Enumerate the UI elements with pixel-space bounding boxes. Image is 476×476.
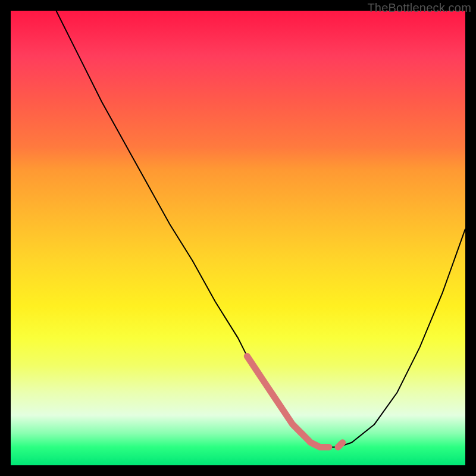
chart-curve-group [56, 11, 465, 447]
highlight-segment-2 [338, 443, 343, 447]
chart-plot-area [11, 11, 465, 465]
highlight-segment-1 [247, 356, 329, 447]
chart-svg [11, 11, 465, 465]
chart-frame: TheBottleneck.com [0, 0, 476, 476]
watermark-text: TheBottleneck.com [367, 1, 471, 15]
